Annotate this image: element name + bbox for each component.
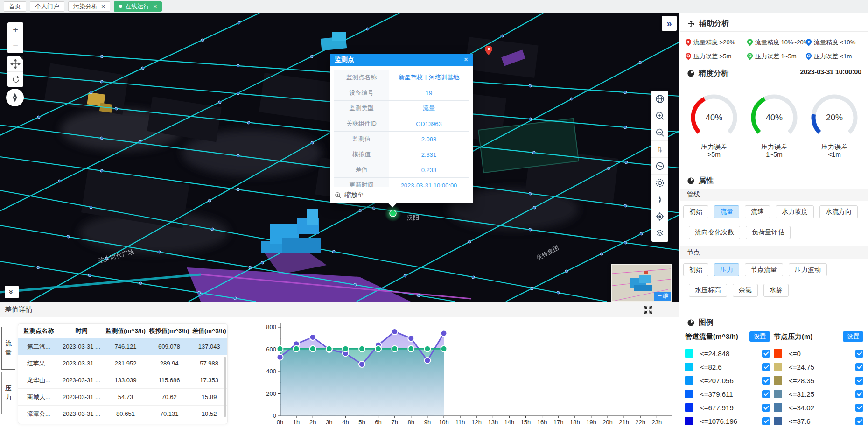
legend-color-swatch — [774, 417, 782, 425]
legend-checkbox[interactable] — [855, 350, 863, 358]
attribute-button[interactable]: 流速 — [745, 205, 770, 218]
measure-tab[interactable]: 压力 — [1, 372, 15, 414]
diff-detail-panel: 差值详情 流量压力 监测点名称时间监测值(m^3/h)模拟值(m^3/h)差值(… — [0, 302, 679, 428]
map-tool-globe[interactable] — [651, 91, 668, 107]
table-cell: 第二汽... — [18, 343, 59, 351]
map-3d-view[interactable]: + − — [0, 13, 679, 302]
map-tool-flood[interactable] — [651, 158, 668, 175]
compass-needle-icon — [9, 92, 21, 103]
legend-checkbox[interactable] — [762, 417, 770, 425]
attribute-button[interactable]: 压力波动 — [789, 263, 827, 276]
legend-settings-button[interactable]: 设置 — [843, 331, 863, 342]
nav-tab[interactable]: 在线运行× — [114, 1, 162, 12]
diff-table: 监测点名称时间监测值(m^3/h)模拟值(m^3/h)差值(m^3/h)第二汽.… — [18, 323, 228, 424]
attribute-button[interactable]: 压力 — [714, 263, 739, 276]
diff-chart[interactable]: 02004006008000h1h2h3h4h5h6h7h8h9h10h11h1… — [232, 318, 677, 428]
svg-text:16h: 16h — [537, 419, 547, 426]
map-tool-swap-level[interactable] — [651, 141, 668, 158]
attribute-button[interactable]: 节点流量 — [745, 263, 783, 276]
legend-color-swatch — [685, 390, 693, 398]
aux-analysis-title: 辅助分析 — [699, 19, 729, 28]
attribute-button[interactable]: 流向变化次数 — [689, 226, 740, 239]
table-row[interactable]: 龙华山...2023-03-31 ...133.039115.68617.353 — [18, 372, 227, 388]
gauge-section-icon — [687, 70, 695, 77]
map-zoom-in-button[interactable]: + — [7, 22, 23, 38]
bottom-panel-collapse-button[interactable]: » — [5, 286, 19, 298]
popup-close-icon[interactable]: × — [464, 56, 468, 64]
table-row[interactable]: 流潭公...2023-03-31 ...80.65170.13110.52 — [18, 405, 227, 422]
legend-checkbox[interactable] — [855, 404, 863, 412]
table-row[interactable]: 第二汽...2023-03-31 ...746.121609.078137.04… — [18, 338, 227, 355]
legend-checkbox[interactable] — [855, 390, 863, 398]
map-tool-locate[interactable] — [651, 208, 668, 225]
map-tool-zoom-out[interactable] — [651, 124, 668, 141]
legend-item-label: <=207.056 — [700, 377, 762, 385]
legend-checkbox[interactable] — [762, 377, 770, 385]
legend-checkbox[interactable] — [762, 404, 770, 412]
legend-settings-button[interactable]: 设置 — [749, 331, 770, 342]
nav-tab[interactable]: 首页 — [4, 1, 26, 12]
svg-text:2h: 2h — [309, 419, 316, 426]
tab-close-icon[interactable]: × — [101, 3, 105, 10]
table-row[interactable]: 红苹果...2023-03-31 ...231.952289.9457.988 — [18, 355, 227, 372]
legend-checkbox[interactable] — [762, 363, 770, 371]
popup-field-row: 监测类型流量 — [334, 101, 469, 116]
sidebar-collapse-button[interactable]: » — [662, 16, 677, 31]
legend-checkbox[interactable] — [762, 390, 770, 398]
gauge-label-line2: >5m — [686, 151, 742, 159]
legend-checkbox[interactable] — [855, 417, 863, 425]
popup-field-value: GD13963 — [389, 116, 469, 131]
attribute-button-row: 流向变化次数负荷量评估 — [680, 226, 868, 239]
measure-tab[interactable]: 流量 — [1, 327, 15, 370]
svg-text:14h: 14h — [504, 419, 515, 426]
attribute-button[interactable]: 余氯 — [733, 284, 758, 297]
minimap-mode-label[interactable]: 三维 — [654, 292, 671, 301]
popup-rows: 监测点名称新星驾校干河培训基地设备编号19监测类型流量关联组件IDGD13963… — [334, 70, 469, 187]
map-tool-zoom-in[interactable] — [651, 107, 668, 124]
attribute-button[interactable]: 水龄 — [763, 284, 789, 297]
tab-close-icon[interactable]: × — [153, 3, 157, 10]
attribute-button[interactable]: 初始 — [683, 205, 708, 218]
map-tool-layers[interactable] — [651, 225, 668, 242]
table-header-cell: 差值(m^3/h) — [191, 327, 227, 335]
legend-item: <=207.056 — [685, 376, 770, 385]
compass-control[interactable] — [6, 89, 24, 106]
popup-zoom-to-action[interactable]: 缩放至 — [330, 187, 473, 203]
svg-text:3h: 3h — [326, 419, 332, 426]
pin-legend-label: 压力误差 >5m — [693, 52, 731, 61]
legend-checkbox[interactable] — [855, 363, 863, 371]
monitor-point-popup: 监测点 × 监测点名称新星驾校干河培训基地设备编号19监测类型流量关联组件IDG… — [330, 54, 473, 203]
svg-text:13h: 13h — [488, 419, 498, 426]
selected-point-marker[interactable] — [385, 205, 401, 222]
table-cell: 57.988 — [191, 360, 227, 367]
legend-checkbox[interactable] — [762, 350, 770, 358]
nav-tab[interactable]: 个人门户 — [30, 1, 64, 12]
legend-color-swatch — [774, 403, 782, 412]
minimap[interactable]: 三维 — [611, 264, 672, 302]
popup-field-value[interactable]: 新星驾校干河培训基地 — [389, 70, 469, 85]
map-zoom-out-button[interactable]: − — [7, 38, 23, 53]
attribute-button[interactable]: 初始 — [683, 263, 708, 276]
svg-text:9h: 9h — [424, 419, 431, 426]
map-tool-ring[interactable] — [651, 175, 668, 191]
attribute-button[interactable]: 水压标高 — [689, 284, 727, 297]
attribute-button[interactable]: 水力坡度 — [776, 205, 814, 218]
attribute-button[interactable]: 流量 — [714, 205, 739, 218]
svg-text:6h: 6h — [375, 419, 381, 426]
attribute-button[interactable]: 负荷量评估 — [746, 226, 791, 239]
table-row[interactable]: 商城大...2023-03-31 ...54.7370.6215.89 — [18, 388, 227, 405]
panel-expand-button[interactable] — [643, 305, 653, 315]
nav-tab[interactable]: 污染分析× — [68, 1, 110, 12]
table-scrollbar[interactable] — [224, 357, 226, 417]
map-tool-needle[interactable] — [651, 191, 668, 208]
legend-checkbox[interactable] — [855, 377, 863, 385]
table-cell: 115.686 — [147, 377, 191, 384]
pin-legend-item: 流量精度 >20% — [685, 37, 735, 48]
map-rotate-button[interactable] — [7, 71, 23, 87]
svg-text:4h: 4h — [342, 419, 349, 426]
legend-item-label: <=379.611 — [700, 390, 762, 398]
map-toolbar — [651, 91, 668, 242]
tab-status-dot — [119, 5, 122, 8]
legend-color-swatch — [774, 349, 782, 358]
attribute-button[interactable]: 水流方向 — [819, 205, 858, 218]
